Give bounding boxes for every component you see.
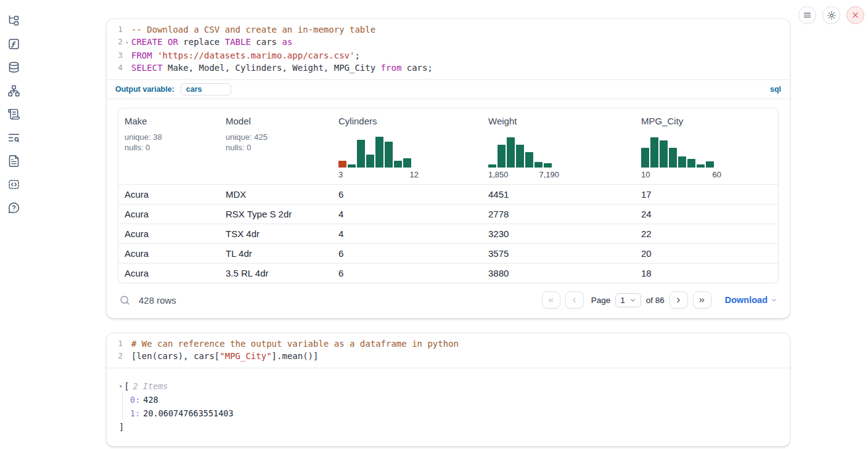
code-line[interactable]: 4SELECT Make, Model, Cylinders, Weight, … — [107, 62, 790, 74]
chevron-down-icon — [629, 297, 636, 304]
line-number: 1 — [107, 23, 123, 36]
line-number: 1 — [107, 338, 123, 350]
histogram-bar — [403, 158, 411, 168]
output-variable-row: Output variable: cars sql — [107, 79, 790, 99]
table-row[interactable]: AcuraTSX 4dr4323022 — [118, 224, 778, 243]
items-count-label: 2 Items — [133, 379, 168, 393]
logs-search-icon[interactable] — [7, 131, 20, 144]
table-row[interactable]: AcuraMDX6445117 — [118, 184, 778, 204]
close-bracket: ] — [119, 420, 777, 434]
histogram-bar — [706, 161, 714, 168]
list-item: 1:20.060747663551403 — [130, 407, 777, 420]
fold-chevron-icon[interactable]: ▾ — [123, 36, 131, 49]
notebook-content: 1-- Download a CSV and create an in-memo… — [106, 18, 790, 447]
code-line[interactable]: 2[len(cars), cars["MPG_City"].mean()] — [107, 350, 790, 362]
table-cell: 18 — [635, 264, 778, 283]
first-page-button[interactable] — [542, 291, 560, 309]
help-icon[interactable] — [7, 201, 20, 214]
column-header-model[interactable]: Modelunique: 425nulls: 0 — [219, 108, 332, 184]
database-icon[interactable] — [7, 60, 20, 74]
table-cell: TSX 4dr — [219, 224, 332, 243]
table-cell: 20 — [635, 244, 778, 263]
line-number: 2 — [107, 36, 123, 49]
code-line[interactable]: 2▾CREATE OR replace TABLE cars as — [107, 36, 790, 49]
code-text: [len(cars), cars["MPG_City"].mean()] — [131, 350, 318, 362]
histogram-bar — [507, 137, 515, 168]
histogram-bar — [394, 161, 402, 168]
code-line[interactable]: 1# We can reference the output variable … — [107, 338, 790, 350]
table-cell: Acura — [118, 185, 219, 204]
table-row[interactable]: AcuraRSX Type S 2dr4277824 — [118, 204, 778, 224]
settings-gear-icon[interactable] — [822, 6, 840, 24]
column-stats: unique: 425nulls: 0 — [226, 132, 326, 153]
histogram-bar — [338, 161, 346, 168]
table-body: AcuraMDX6445117AcuraRSX Type S 2dr427782… — [118, 184, 778, 283]
menu-icon[interactable] — [798, 6, 816, 24]
line-number: 2 — [107, 350, 123, 362]
functions-icon[interactable] — [7, 37, 20, 51]
scratchpad-icon[interactable] — [7, 107, 20, 121]
sql-code-editor[interactable]: 1-- Download a CSV and create an in-memo… — [107, 19, 790, 79]
table-cell: Acura — [118, 244, 219, 263]
histogram-bars — [488, 137, 629, 168]
snippets-icon[interactable] — [7, 177, 20, 191]
sidebar-panel — [0, 0, 27, 449]
download-button[interactable]: Download — [725, 295, 777, 305]
code-line[interactable]: 1-- Download a CSV and create an in-memo… — [107, 23, 790, 36]
next-page-button[interactable] — [669, 291, 688, 309]
output-variable-label: Output variable: — [115, 85, 174, 94]
page-total-label: of 86 — [646, 296, 665, 305]
table-cell: 4451 — [482, 185, 635, 204]
table-cell: 3575 — [482, 244, 635, 263]
sql-cell: 1-- Download a CSV and create an in-memo… — [106, 18, 790, 318]
fold-spacer — [123, 62, 131, 74]
table-cell: 3.5 RL 4dr — [219, 264, 332, 283]
close-icon[interactable] — [846, 6, 864, 24]
prev-page-button[interactable] — [565, 291, 584, 309]
histogram-axis: 1,8507,190 — [488, 170, 559, 179]
column-header-cylinders[interactable]: Cylinders312 — [332, 108, 482, 184]
python-code-editor[interactable]: 1# We can reference the output variable … — [107, 333, 790, 368]
table-row[interactable]: Acura3.5 RL 4dr6388018 — [118, 263, 778, 283]
output-variable-input[interactable]: cars — [181, 83, 231, 95]
table-row[interactable]: AcuraTL 4dr6357520 — [118, 243, 778, 263]
column-label: Make — [125, 116, 213, 126]
table-cell: Acura — [118, 224, 219, 243]
dependency-graph-icon[interactable] — [7, 84, 20, 97]
column-header-mpg_city[interactable]: MPG_City1060 — [635, 108, 778, 184]
column-histogram[interactable]: 312 — [338, 137, 476, 179]
table-header-row: Makeunique: 38nulls: 0Modelunique: 425nu… — [118, 108, 778, 184]
histogram-bar — [641, 148, 649, 168]
table-cell: 4 — [332, 224, 482, 243]
fold-spacer — [123, 350, 131, 362]
column-label: Cylinders — [338, 116, 476, 126]
collapse-chevron-icon[interactable]: ▾ — [119, 379, 122, 393]
page-select[interactable]: 1 — [615, 293, 641, 307]
code-text: -- Download a CSV and create an in-memor… — [131, 23, 375, 36]
documentation-icon[interactable] — [7, 154, 20, 168]
table-cell: 6 — [332, 264, 482, 283]
file-tree-icon[interactable] — [7, 14, 20, 27]
python-output: ▾ [ 2 Items 0:428 1:20.060747663551403 ] — [107, 368, 790, 446]
table-cell: 4 — [332, 204, 482, 224]
code-line[interactable]: 3FROM 'https://datasets.marimo.app/cars.… — [107, 49, 790, 62]
column-histogram[interactable]: 1060 — [641, 137, 772, 179]
column-histogram[interactable]: 1,8507,190 — [488, 137, 629, 179]
histogram-bar — [348, 164, 356, 168]
histogram-bar — [525, 152, 533, 168]
table-cell: 3880 — [482, 264, 635, 283]
search-icon[interactable] — [119, 294, 131, 306]
last-page-button[interactable] — [693, 291, 711, 309]
fold-spacer — [123, 49, 131, 62]
column-stats: unique: 38nulls: 0 — [125, 132, 213, 153]
histogram-bar — [488, 164, 496, 168]
histogram-bar — [375, 137, 383, 168]
column-header-make[interactable]: Makeunique: 38nulls: 0 — [118, 108, 219, 184]
column-header-weight[interactable]: Weight1,8507,190 — [482, 108, 635, 184]
notebook-actions — [798, 6, 864, 24]
table-cell: 2778 — [482, 204, 635, 224]
list-items: 0:428 1:20.060747663551403 — [122, 393, 777, 420]
list-item: 0:428 — [130, 393, 777, 407]
language-badge[interactable]: sql — [770, 85, 781, 94]
histogram-bar — [697, 164, 705, 168]
